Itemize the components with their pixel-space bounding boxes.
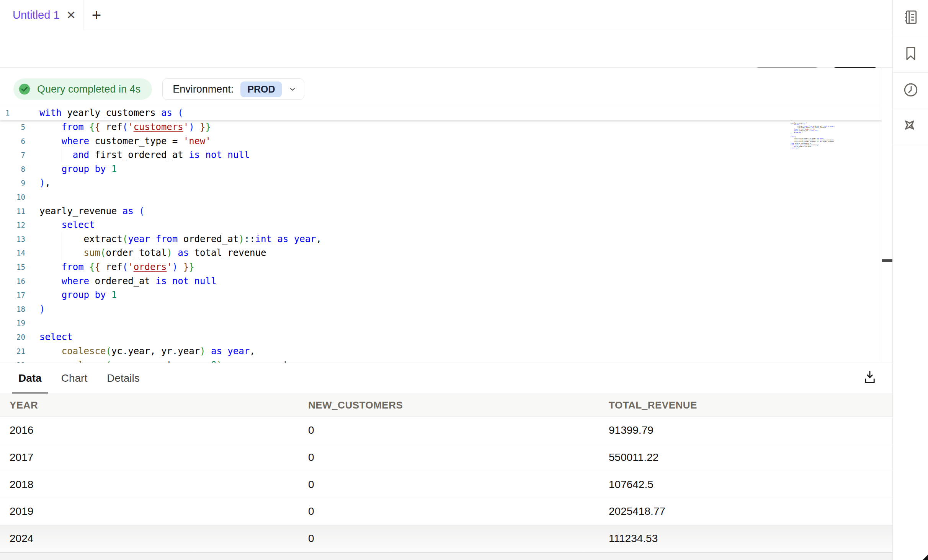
code-line[interactable]: 18) (0, 302, 882, 316)
results-tab-details[interactable]: Details (107, 363, 140, 394)
code-line[interactable]: 5 from {{ ref('customers') }} (0, 120, 882, 134)
download-icon[interactable] (863, 369, 877, 385)
code-text: coalesce(yc.year, yr.year) as year, (39, 344, 255, 358)
code-line[interactable]: 11yearly_revenue as ( (0, 204, 882, 218)
code-text: sum(order_total) as total_revenue (39, 246, 266, 260)
environment-dropdown[interactable]: Environment: PROD (162, 78, 304, 100)
line-number: 19 (0, 316, 25, 330)
code-text: and first_ordered_at is not null (39, 148, 250, 162)
code-text: yearly_revenue as ( (39, 204, 145, 218)
sticky-line-number: 1 (0, 106, 25, 120)
sticky-scroll-line[interactable]: 1 with yearly_customers as ( (0, 106, 882, 120)
table-header-row: YEAR NEW_CUSTOMERS TOTAL_REVENUE (0, 394, 892, 417)
table-cell: 2019 (10, 498, 33, 525)
column-header-new-customers: NEW_CUSTOMERS (308, 394, 403, 417)
editor-scrollbar-thumb[interactable] (882, 259, 892, 262)
table-cell: 2025418.77 (609, 498, 665, 525)
environment-label: Environment: (173, 83, 234, 95)
table-cell: 0 (308, 498, 314, 525)
close-icon[interactable]: ✕ (66, 10, 76, 20)
table-cell: 2018 (10, 471, 33, 498)
sidebar-button-notebook[interactable] (893, 0, 928, 36)
code-text: coalesce(yc.new_customers, 0) as new_cus… (39, 358, 322, 363)
table-cell: 111234.53 (609, 525, 658, 552)
results-tab-chart[interactable]: Chart (61, 363, 87, 394)
code-line[interactable]: 22 coalesce(yc.new_customers, 0) as new_… (0, 358, 882, 363)
sidebar-button-history[interactable] (893, 73, 928, 109)
line-number: 7 (0, 148, 25, 162)
code-text: ) (39, 302, 45, 316)
code-text: extract(year from ordered_at)::int as ye… (39, 232, 322, 246)
code-line[interactable]: 12 select (0, 218, 882, 232)
code-line[interactable]: 21 coalesce(yc.year, yr.year) as year, (0, 344, 882, 358)
line-number: 20 (0, 330, 25, 344)
code-text: where ordered_at is not null (39, 274, 216, 288)
code-text: from {{ ref('orders') }} (39, 260, 194, 274)
code-text: select (39, 218, 95, 232)
code-line[interactable]: 10 (0, 190, 882, 204)
check-circle-icon (18, 83, 31, 96)
line-number: 6 (0, 134, 25, 148)
resize-grip-icon[interactable] (923, 555, 928, 560)
code-line[interactable]: 13 extract(year from ordered_at)::int as… (0, 232, 882, 246)
bookmark-icon (902, 45, 919, 63)
line-number: 18 (0, 302, 25, 316)
line-number: 14 (0, 246, 25, 260)
app-window: Untitled 1 ✕ + Develop Run (0, 0, 928, 560)
environment-value-badge: PROD (240, 81, 282, 97)
line-number: 22 (0, 358, 25, 363)
line-number: 17 (0, 288, 25, 302)
line-number: 15 (0, 260, 25, 274)
table-cell: 2024 (10, 525, 33, 552)
right-sidebar (892, 0, 928, 560)
sidebar-button-bookmark[interactable] (893, 36, 928, 73)
minimap-line: order by 1 (791, 147, 813, 148)
column-header-year: YEAR (10, 394, 38, 417)
table-row: 201902025418.77 (0, 498, 892, 525)
tab-bar: Untitled 1 ✕ + (0, 0, 893, 30)
code-text: where customer_type = 'new' (39, 134, 211, 148)
code-line[interactable]: 16 where ordered_at is not null (0, 274, 882, 288)
sidebar-button-lineage[interactable] (893, 109, 928, 145)
code-text: from {{ ref('customers') }} (39, 120, 211, 134)
line-number: 11 (0, 204, 25, 218)
code-line[interactable]: 7 and first_ordered_at is not null (0, 148, 882, 162)
query-status-text: Query completed in 4s (37, 83, 141, 95)
code-line[interactable]: 15 from {{ ref('orders') }} (0, 260, 882, 274)
notebook-icon (902, 8, 920, 28)
line-number: 16 (0, 274, 25, 288)
results-panel: DataChartDetails YEAR NEW_CUSTOMERS TOTA… (0, 363, 892, 560)
code-line[interactable]: 9), (0, 176, 882, 190)
line-number: 10 (0, 190, 25, 204)
line-number: 13 (0, 232, 25, 246)
code-line[interactable]: 14 sum(order_total) as total_revenue (0, 246, 882, 260)
table-row: 2016091399.79 (0, 417, 892, 444)
editor-scrollbar-track[interactable] (882, 68, 892, 363)
table-row: 20240111234.53 (0, 525, 892, 552)
code-text: select (39, 330, 73, 344)
status-row: Query completed in 4s Environment: PROD (13, 78, 304, 100)
table-cell: 2017 (10, 444, 33, 471)
table-row: 20180107642.5 (0, 471, 892, 498)
line-number: 8 (0, 162, 25, 176)
sql-editor[interactable]: Query completed in 4s Environment: PROD … (0, 68, 882, 363)
column-header-total-revenue: TOTAL_REVENUE (609, 394, 697, 417)
query-status-badge: Query completed in 4s (13, 78, 152, 100)
table-bottom-scroll-area (0, 552, 892, 560)
code-line[interactable]: 20select (0, 330, 882, 344)
tab-label: Untitled 1 (13, 9, 60, 21)
toolbar: Develop Run (0, 30, 893, 68)
line-number: 12 (0, 218, 25, 232)
code-line[interactable]: 8 group by 1 (0, 162, 882, 176)
lineage-icon (902, 117, 920, 137)
code-line[interactable]: 6 where customer_type = 'new' (0, 134, 882, 148)
code-line[interactable]: 17 group by 1 (0, 288, 882, 302)
results-tab-data[interactable]: Data (18, 363, 42, 394)
new-tab-button[interactable]: + (87, 0, 106, 30)
results-tab-bar: DataChartDetails (18, 363, 140, 394)
code-line[interactable]: 19 (0, 316, 882, 330)
line-number: 9 (0, 176, 25, 190)
tab-untitled-1[interactable]: Untitled 1 ✕ (0, 0, 83, 30)
sticky-line-code: with yearly_customers as ( (39, 106, 183, 120)
code-text: group by 1 (39, 288, 117, 302)
